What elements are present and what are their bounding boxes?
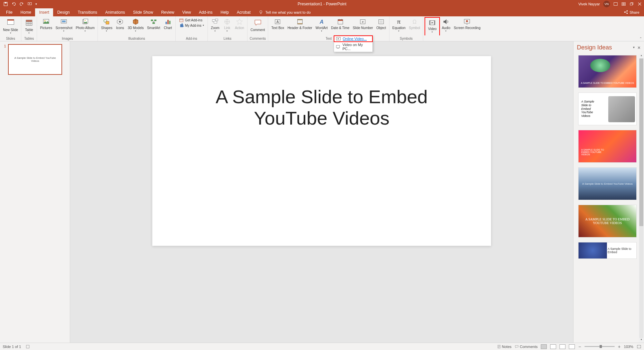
sorter-view-button[interactable] <box>550 344 556 349</box>
pane-options-icon[interactable]: ▾ <box>633 45 635 50</box>
tab-view[interactable]: View <box>178 8 195 16</box>
wordart-button[interactable]: A WordArt▾ <box>314 17 330 33</box>
zoom-out-button[interactable]: − <box>578 344 581 349</box>
svg-point-26 <box>119 21 121 23</box>
tab-insert[interactable]: Insert <box>35 8 53 16</box>
tell-me-search[interactable]: Tell me what you want to do <box>255 8 315 16</box>
qat-customize-icon[interactable]: ▾ <box>35 2 37 6</box>
3d-models-button[interactable]: 3D Models▾ <box>126 17 145 33</box>
icons-label: Icons <box>116 26 124 30</box>
slide-number-button[interactable]: # Slide Number <box>351 17 375 31</box>
pictures-button[interactable]: Pictures <box>38 17 54 31</box>
tab-animations[interactable]: Animations <box>101 8 129 16</box>
tab-addins[interactable]: Add-ins <box>195 8 217 16</box>
idea-1-text: A SAMPLE SLIDE TO EMBED YOUTUBE VIDEOS <box>581 82 634 84</box>
normal-view-button[interactable] <box>541 344 547 349</box>
audio-icon <box>442 18 450 25</box>
textbox-button[interactable]: A Text Box <box>270 17 286 31</box>
comment-button[interactable]: Comment <box>249 17 267 33</box>
minimize-icon[interactable] <box>621 2 626 6</box>
user-name[interactable]: Vivek Nayyar <box>578 2 600 6</box>
new-slide-label: New Slide <box>3 28 18 32</box>
svg-point-12 <box>626 13 628 14</box>
start-slideshow-icon[interactable] <box>27 2 32 6</box>
symbol-icon: Ω <box>411 18 418 25</box>
idea-6-text: A Sample Slide to Embed <box>608 247 634 254</box>
close-icon[interactable] <box>637 2 642 6</box>
video-dropdown-menu: Online Video... Video on My PC... <box>334 35 373 52</box>
table-button[interactable]: Table▾ <box>23 17 35 35</box>
ribbon-display-icon[interactable] <box>613 2 618 6</box>
design-idea-5[interactable]: A SAMPLE SLIDE TO EMBED YOUTUBE VIDEOS <box>578 205 637 237</box>
collapse-ribbon-icon[interactable]: ⌃ <box>639 37 642 40</box>
shapes-button[interactable]: Shapes▾ <box>99 17 114 33</box>
slide-title-text[interactable]: A Sample Slide to Embed YouTube Videos <box>215 86 428 129</box>
photo-album-button[interactable]: Photo Album▾ <box>74 17 97 33</box>
comments-button[interactable]: Comments <box>515 345 537 349</box>
equation-button[interactable]: π Equation▾ <box>391 17 407 33</box>
tab-acrobat[interactable]: Acrobat <box>233 8 255 16</box>
screenshot-icon <box>60 18 67 25</box>
reading-view-button[interactable] <box>559 344 566 349</box>
zoom-button[interactable]: Zoom▾ <box>209 17 221 33</box>
video-button[interactable]: Video▾ <box>426 18 438 34</box>
slideshow-view-button[interactable] <box>569 344 575 349</box>
notes-button[interactable]: Notes <box>497 345 512 349</box>
3d-models-label: 3D Models <box>128 26 144 30</box>
screen-recording-label: Screen Recording <box>454 26 480 30</box>
tab-home[interactable]: Home <box>16 8 35 16</box>
undo-icon[interactable] <box>11 2 16 6</box>
user-avatar[interactable]: VN <box>603 1 610 7</box>
online-video-menu-item[interactable]: Online Video... <box>334 36 372 42</box>
smartart-button[interactable]: SmartArt <box>145 17 162 31</box>
tab-file[interactable]: File <box>2 8 16 16</box>
datetime-button[interactable]: Date & Time <box>329 17 351 31</box>
spell-check-icon[interactable] <box>26 344 30 349</box>
design-idea-6[interactable]: A Sample Slide to Embed <box>578 242 637 259</box>
design-idea-3[interactable]: A SAMPLE SLIDE TO EMBED YOUTUBE VIDEOS <box>578 130 637 163</box>
fit-to-window-button[interactable] <box>637 344 641 349</box>
tab-review[interactable]: Review <box>157 8 178 16</box>
tab-design[interactable]: Design <box>53 8 73 16</box>
zoom-in-button[interactable]: + <box>618 344 621 349</box>
object-button[interactable]: Object <box>375 17 388 31</box>
slide-thumbnail-1[interactable]: A Sample Slide to Embed YouTube Videos <box>8 44 62 75</box>
scrollbar-thumb[interactable] <box>639 58 643 226</box>
thumbnail-text: A Sample Slide to Embed YouTube Videos <box>10 56 60 62</box>
comments-label: Comments <box>520 345 537 349</box>
restore-icon[interactable] <box>629 2 634 6</box>
idea-4-text: A Sample Slide to Embed YouTube Videos <box>582 182 633 185</box>
slide-canvas-area[interactable]: A Sample Slide to Embed YouTube Videos <box>70 41 573 343</box>
design-idea-2[interactable]: A Sample Slide to Embed YouTube Videos <box>578 93 637 125</box>
design-ideas-scrollbar[interactable]: ▴ ▾ <box>639 54 644 343</box>
screen-recording-button[interactable]: Screen Recording <box>452 17 482 31</box>
save-icon[interactable] <box>3 2 8 6</box>
redo-icon[interactable] <box>19 2 24 6</box>
window-title: Presentation1 - PowerPoint <box>298 2 346 6</box>
group-links-label: Links <box>209 36 246 41</box>
chart-icon <box>164 18 172 25</box>
design-idea-1[interactable]: A SAMPLE SLIDE TO EMBED YOUTUBE VIDEOS <box>578 55 637 88</box>
tab-help[interactable]: Help <box>216 8 233 16</box>
new-slide-button[interactable]: New Slide▾ <box>1 17 20 35</box>
slide-counter[interactable]: Slide 1 of 1 <box>3 345 21 349</box>
screenshot-button[interactable]: Screenshot▾ <box>54 17 74 33</box>
zoom-level[interactable]: 103% <box>624 345 633 349</box>
icons-button[interactable]: Icons <box>114 17 126 31</box>
zoom-slider[interactable] <box>585 346 615 347</box>
share-button[interactable]: Share <box>619 8 644 16</box>
get-addins-button[interactable]: Get Add-ins <box>179 18 204 22</box>
tab-slideshow[interactable]: Slide Show <box>129 8 157 16</box>
audio-button[interactable]: Audio▾ <box>440 17 452 33</box>
svg-text:A: A <box>277 20 279 24</box>
tab-transitions[interactable]: Transitions <box>74 8 101 16</box>
group-images-label: Images <box>38 36 96 41</box>
design-idea-4[interactable]: A Sample Slide to Embed YouTube Videos <box>578 167 637 200</box>
header-footer-button[interactable]: Header & Footer <box>286 17 314 31</box>
my-addins-button[interactable]: My Add-ins ▾ <box>179 23 204 28</box>
chart-button[interactable]: Chart <box>162 17 174 31</box>
svg-point-23 <box>85 20 86 21</box>
close-pane-icon[interactable]: ✕ <box>637 45 641 50</box>
slide-canvas[interactable]: A Sample Slide to Embed YouTube Videos <box>152 56 491 246</box>
video-on-pc-menu-item[interactable]: Video on My PC... <box>334 42 372 52</box>
